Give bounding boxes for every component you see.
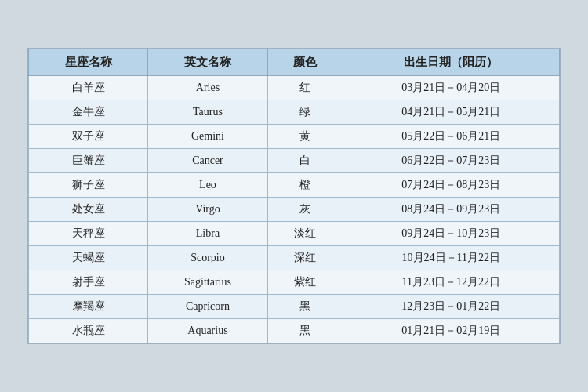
table-row: 天蝎座Scorpio深红10月24日－11月22日 xyxy=(29,246,560,270)
table-row: 射手座Sagittarius紫红11月23日－12月22日 xyxy=(29,270,560,295)
cell-r10-c1: Aquarius xyxy=(148,319,267,343)
cell-r1-c3: 04月21日－05月21日 xyxy=(343,100,559,125)
cell-r4-c3: 07月24日－08月23日 xyxy=(343,173,559,198)
cell-r2-c0: 双子座 xyxy=(29,125,148,149)
cell-r0-c2: 红 xyxy=(267,76,343,100)
table-row: 白羊座Aries红03月21日－04月20日 xyxy=(29,76,560,100)
cell-r3-c3: 06月22日－07月23日 xyxy=(343,149,559,173)
cell-r4-c1: Leo xyxy=(148,173,267,198)
table-row: 双子座Gemini黄05月22日－06月21日 xyxy=(29,125,560,149)
cell-r9-c1: Capricorn xyxy=(148,295,267,319)
cell-r3-c0: 巨蟹座 xyxy=(29,149,148,173)
cell-r1-c0: 金牛座 xyxy=(29,100,148,125)
cell-r9-c0: 摩羯座 xyxy=(29,295,148,319)
cell-r6-c1: Libra xyxy=(148,222,267,246)
table-row: 金牛座Taurus绿04月21日－05月21日 xyxy=(29,100,560,125)
cell-r10-c2: 黑 xyxy=(267,319,343,343)
cell-r4-c0: 狮子座 xyxy=(29,173,148,198)
cell-r0-c0: 白羊座 xyxy=(29,76,148,100)
cell-r2-c2: 黄 xyxy=(267,125,343,149)
cell-r7-c1: Scorpio xyxy=(148,246,267,270)
cell-r9-c2: 黑 xyxy=(267,295,343,319)
column-header: 出生日期（阳历） xyxy=(343,49,559,76)
cell-r4-c2: 橙 xyxy=(267,173,343,198)
table-header-row: 星座名称英文名称颜色出生日期（阳历） xyxy=(29,49,560,76)
column-header: 颜色 xyxy=(267,49,343,76)
table-row: 处女座Virgo灰08月24日－09月23日 xyxy=(29,198,560,222)
cell-r5-c0: 处女座 xyxy=(29,198,148,222)
table-row: 狮子座Leo橙07月24日－08月23日 xyxy=(29,173,560,198)
cell-r3-c2: 白 xyxy=(267,149,343,173)
zodiac-table: 星座名称英文名称颜色出生日期（阳历） 白羊座Aries红03月21日－04月20… xyxy=(28,49,560,343)
cell-r10-c0: 水瓶座 xyxy=(29,319,148,343)
cell-r6-c2: 淡红 xyxy=(267,222,343,246)
cell-r1-c1: Taurus xyxy=(148,100,267,125)
cell-r6-c0: 天秤座 xyxy=(29,222,148,246)
cell-r6-c3: 09月24日－10月23日 xyxy=(343,222,559,246)
cell-r7-c0: 天蝎座 xyxy=(29,246,148,270)
cell-r8-c0: 射手座 xyxy=(29,270,148,295)
cell-r3-c1: Cancer xyxy=(148,149,267,173)
cell-r2-c3: 05月22日－06月21日 xyxy=(343,125,559,149)
cell-r7-c2: 深红 xyxy=(267,246,343,270)
cell-r8-c3: 11月23日－12月22日 xyxy=(343,270,559,295)
cell-r0-c1: Aries xyxy=(148,76,267,100)
cell-r0-c3: 03月21日－04月20日 xyxy=(343,76,559,100)
cell-r1-c2: 绿 xyxy=(267,100,343,125)
column-header: 星座名称 xyxy=(29,49,148,76)
table-row: 巨蟹座Cancer白06月22日－07月23日 xyxy=(29,149,560,173)
table-row: 水瓶座Aquarius黑01月21日－02月19日 xyxy=(29,319,560,343)
cell-r5-c2: 灰 xyxy=(267,198,343,222)
cell-r8-c1: Sagittarius xyxy=(148,270,267,295)
table-row: 摩羯座Capricorn黑12月23日－01月22日 xyxy=(29,295,560,319)
cell-r8-c2: 紫红 xyxy=(267,270,343,295)
table-row: 天秤座Libra淡红09月24日－10月23日 xyxy=(29,222,560,246)
cell-r9-c3: 12月23日－01月22日 xyxy=(343,295,559,319)
column-header: 英文名称 xyxy=(148,49,267,76)
cell-r7-c3: 10月24日－11月22日 xyxy=(343,246,559,270)
cell-r5-c3: 08月24日－09月23日 xyxy=(343,198,559,222)
cell-r2-c1: Gemini xyxy=(148,125,267,149)
cell-r5-c1: Virgo xyxy=(148,198,267,222)
cell-r10-c3: 01月21日－02月19日 xyxy=(343,319,559,343)
zodiac-table-container: 星座名称英文名称颜色出生日期（阳历） 白羊座Aries红03月21日－04月20… xyxy=(27,48,561,344)
